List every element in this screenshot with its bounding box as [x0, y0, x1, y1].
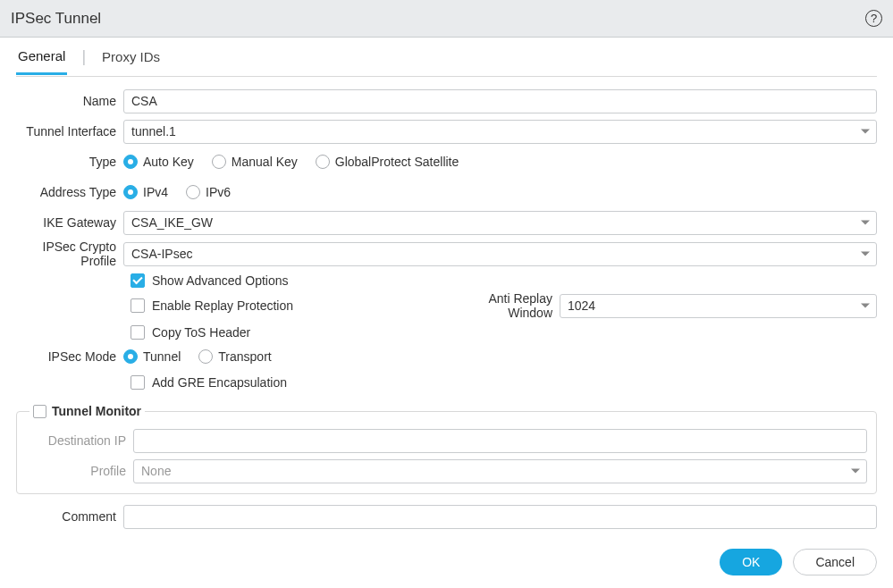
addr-ipv4-label: IPv4 [143, 185, 168, 199]
name-input[interactable] [123, 89, 877, 113]
type-auto-key-radio[interactable]: Auto Key [123, 155, 194, 169]
comment-label: Comment [16, 509, 123, 524]
mode-tunnel-label: Tunnel [143, 349, 181, 364]
profile-label: Profile [26, 464, 133, 478]
ike-gateway-label: IKE Gateway [16, 215, 123, 230]
ipsec-profile-label: IPSec Crypto Profile [16, 239, 123, 268]
tunnel-monitor-checkbox[interactable] [33, 405, 46, 418]
tunnel-interface-select[interactable]: tunnel.1 [123, 120, 877, 144]
ipsec-profile-select[interactable]: CSA-IPsec [123, 242, 877, 266]
tunnel-monitor-label: Tunnel Monitor [52, 404, 141, 418]
tab-proxy-ids[interactable]: Proxy IDs [100, 40, 162, 73]
tunnel-interface-label: Tunnel Interface [16, 124, 123, 139]
anti-replay-label: Anti Replay Window [457, 291, 560, 320]
type-manual-key-label: Manual Key [232, 155, 298, 169]
copy-tos-checkbox[interactable]: Copy ToS Header [131, 325, 877, 340]
tab-bar: General | Proxy IDs [16, 38, 877, 77]
tab-general[interactable]: General [16, 39, 67, 75]
profile-select: None [133, 459, 867, 483]
name-label: Name [16, 94, 123, 108]
help-icon[interactable]: ? [865, 10, 882, 27]
anti-replay-select[interactable]: 1024 [560, 294, 877, 318]
type-auto-key-label: Auto Key [143, 155, 194, 169]
replay-protection-checkbox[interactable]: Enable Replay Protection [131, 298, 293, 313]
mode-transport-radio[interactable]: Transport [198, 349, 271, 364]
gre-encap-label: Add GRE Encapsulation [152, 375, 287, 390]
dest-ip-input[interactable] [133, 429, 867, 453]
mode-transport-label: Transport [218, 349, 271, 364]
addr-ipv6-label: IPv6 [206, 185, 231, 199]
replay-protection-label: Enable Replay Protection [152, 298, 293, 313]
type-gp-satellite-radio[interactable]: GlobalProtect Satellite [316, 155, 459, 169]
dialog-title: IPSec Tunnel [11, 10, 101, 28]
show-advanced-checkbox[interactable]: Show Advanced Options [131, 273, 877, 288]
type-manual-key-radio[interactable]: Manual Key [212, 155, 298, 169]
cancel-button[interactable]: Cancel [793, 549, 877, 575]
tab-separator: | [81, 47, 86, 66]
addr-ipv6-radio[interactable]: IPv6 [186, 185, 231, 199]
ike-gateway-select[interactable]: CSA_IKE_GW [123, 211, 877, 235]
dest-ip-label: Destination IP [26, 433, 133, 448]
addr-ipv4-radio[interactable]: IPv4 [123, 185, 168, 199]
gre-encap-checkbox[interactable]: Add GRE Encapsulation [131, 375, 877, 390]
comment-input[interactable] [123, 505, 877, 529]
ok-button[interactable]: OK [720, 549, 782, 575]
tunnel-monitor-group: Tunnel Monitor Destination IP Profile No… [16, 404, 877, 494]
address-type-label: Address Type [16, 185, 123, 199]
type-label: Type [16, 155, 123, 169]
copy-tos-label: Copy ToS Header [152, 325, 250, 340]
tunnel-monitor-legend[interactable]: Tunnel Monitor [29, 404, 145, 418]
type-gp-satellite-label: GlobalProtect Satellite [335, 155, 459, 169]
show-advanced-label: Show Advanced Options [152, 273, 289, 288]
mode-tunnel-radio[interactable]: Tunnel [123, 349, 181, 364]
ipsec-mode-label: IPSec Mode [16, 349, 123, 364]
